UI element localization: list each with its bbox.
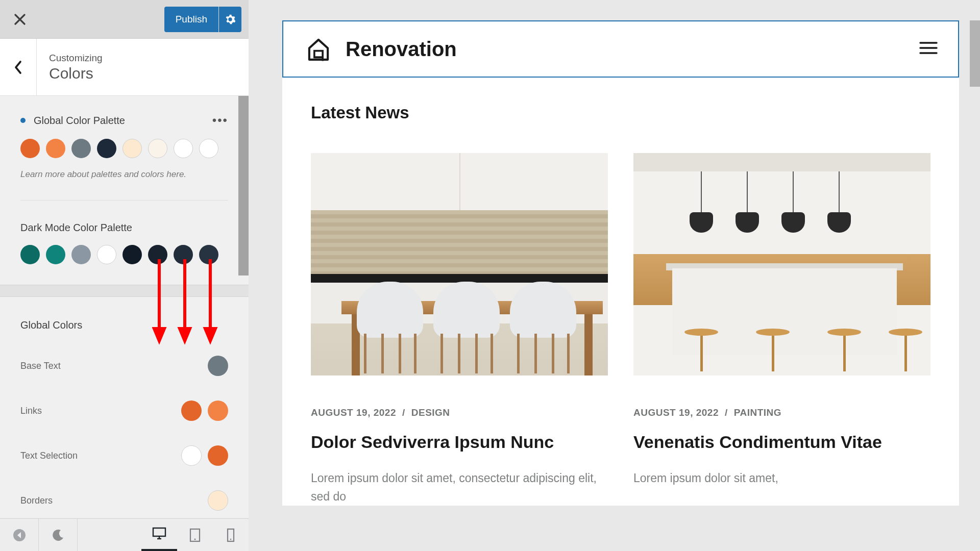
dark-swatch-1[interactable] bbox=[46, 245, 65, 264]
global-swatch-2[interactable] bbox=[71, 139, 91, 158]
global-color-swatch[interactable] bbox=[208, 490, 228, 511]
post-excerpt: Lorem ipsum dolor sit amet, bbox=[633, 469, 930, 488]
dark-swatch-6[interactable] bbox=[174, 245, 193, 264]
gear-icon bbox=[225, 14, 236, 25]
section-divider bbox=[0, 285, 249, 297]
customizer-sidebar: Publish Customizing Colors Global Color … bbox=[0, 0, 249, 518]
site-preview: Renovation Latest News AUGUST 19, 2022/D… bbox=[282, 20, 959, 506]
scrollbar-thumb[interactable] bbox=[238, 96, 249, 276]
post-card[interactable]: AUGUST 19, 2022/DESIGNDolor Sedviverra I… bbox=[311, 153, 608, 506]
global-swatch-7[interactable] bbox=[199, 139, 218, 158]
triangle-left-icon bbox=[13, 529, 26, 542]
global-palette-block: Global Color Palette ••• Learn more abou… bbox=[20, 96, 228, 180]
post-image[interactable] bbox=[633, 153, 930, 375]
post-date: AUGUST 19, 2022 bbox=[633, 407, 719, 418]
active-indicator-icon bbox=[20, 118, 26, 123]
dark-palette-title: Dark Mode Color Palette bbox=[20, 222, 228, 234]
publish-settings-button[interactable] bbox=[219, 7, 241, 32]
section-header: Customizing Colors bbox=[0, 39, 249, 96]
svg-rect-4 bbox=[153, 528, 165, 536]
desktop-icon bbox=[152, 527, 166, 540]
device-tablet-button[interactable] bbox=[177, 519, 213, 552]
global-color-row: Borders bbox=[20, 490, 228, 511]
global-color-label: Base Text bbox=[20, 361, 61, 371]
global-swatch-row bbox=[20, 139, 228, 158]
mobile-icon bbox=[227, 528, 235, 542]
close-customizer-button[interactable] bbox=[7, 7, 33, 32]
post-date: AUGUST 19, 2022 bbox=[311, 407, 396, 418]
global-swatch-5[interactable] bbox=[148, 139, 167, 158]
logo-icon bbox=[304, 34, 333, 64]
hide-controls-button[interactable] bbox=[0, 519, 39, 552]
global-swatch-0[interactable] bbox=[20, 139, 40, 158]
post-meta: AUGUST 19, 2022/PAINTING bbox=[633, 407, 930, 418]
global-color-label: Links bbox=[20, 406, 42, 416]
dark-swatch-5[interactable] bbox=[148, 245, 167, 264]
global-color-row: Base Text bbox=[20, 356, 228, 376]
post-title[interactable]: Dolor Sedviverra Ipsum Nunc bbox=[311, 431, 608, 453]
svg-point-8 bbox=[194, 538, 196, 540]
dark-swatch-4[interactable] bbox=[122, 245, 142, 264]
global-color-swatch[interactable] bbox=[181, 400, 202, 421]
global-color-label: Borders bbox=[20, 495, 53, 506]
tablet-icon bbox=[189, 528, 201, 542]
global-swatch-3[interactable] bbox=[97, 139, 116, 158]
dark-swatch-3[interactable] bbox=[97, 245, 116, 264]
svg-point-10 bbox=[230, 538, 232, 540]
section-title: Colors bbox=[49, 65, 103, 82]
post-image[interactable] bbox=[311, 153, 608, 375]
divider bbox=[20, 200, 228, 201]
device-desktop-button[interactable] bbox=[141, 519, 177, 552]
svg-rect-11 bbox=[314, 51, 323, 58]
global-swatch-6[interactable] bbox=[174, 139, 193, 158]
close-icon bbox=[14, 14, 26, 25]
post-category[interactable]: DESIGN bbox=[411, 407, 450, 418]
dark-swatch-row bbox=[20, 245, 228, 264]
global-swatch-4[interactable] bbox=[122, 139, 142, 158]
site-header[interactable]: Renovation bbox=[282, 20, 959, 78]
global-color-swatch[interactable] bbox=[208, 445, 228, 466]
annotation-arrows-icon bbox=[152, 259, 224, 348]
menu-toggle-button[interactable] bbox=[919, 41, 938, 57]
dark-mode-toggle-button[interactable] bbox=[39, 519, 78, 552]
palette-hint[interactable]: Learn more about palettes and colors her… bbox=[20, 169, 228, 180]
global-color-swatch[interactable] bbox=[208, 400, 228, 421]
hamburger-icon bbox=[919, 41, 938, 55]
preview-pane: Renovation Latest News AUGUST 19, 2022/D… bbox=[257, 0, 980, 551]
chevron-left-icon bbox=[14, 60, 23, 74]
global-swatch-1[interactable] bbox=[46, 139, 65, 158]
customizer-topbar: Publish bbox=[0, 0, 249, 39]
dark-swatch-0[interactable] bbox=[20, 245, 40, 264]
palette-more-button[interactable]: ••• bbox=[212, 113, 228, 128]
global-color-row: Links bbox=[20, 400, 228, 421]
global-color-row: Text Selection bbox=[20, 445, 228, 466]
dark-swatch-7[interactable] bbox=[199, 245, 218, 264]
post-card[interactable]: AUGUST 19, 2022/PAINTINGVenenatis Condim… bbox=[633, 153, 930, 506]
moon-icon bbox=[52, 529, 65, 542]
global-colors-title: Global Colors bbox=[20, 319, 228, 331]
site-name[interactable]: Renovation bbox=[346, 38, 457, 61]
back-button[interactable] bbox=[0, 39, 37, 96]
post-excerpt: Lorem ipsum dolor sit amet, consectetur … bbox=[311, 469, 608, 506]
post-meta: AUGUST 19, 2022/DESIGN bbox=[311, 407, 608, 418]
dark-swatch-2[interactable] bbox=[71, 245, 91, 264]
global-color-swatch[interactable] bbox=[181, 445, 202, 466]
customizing-label: Customizing bbox=[49, 53, 103, 64]
customizer-footer bbox=[0, 518, 249, 551]
post-category[interactable]: PAINTING bbox=[734, 407, 781, 418]
global-color-label: Text Selection bbox=[20, 450, 78, 461]
global-palette-title: Global Color Palette bbox=[34, 115, 125, 127]
post-title[interactable]: Venenatis Condimentum Vitae bbox=[633, 431, 930, 453]
global-color-swatch[interactable] bbox=[208, 356, 228, 376]
publish-button[interactable]: Publish bbox=[164, 7, 218, 32]
section-heading: Latest News bbox=[311, 103, 930, 122]
device-mobile-button[interactable] bbox=[213, 519, 249, 552]
preview-scrollbar-thumb[interactable] bbox=[970, 20, 980, 87]
panel-scroll-region[interactable]: Global Color Palette ••• Learn more abou… bbox=[0, 96, 249, 518]
